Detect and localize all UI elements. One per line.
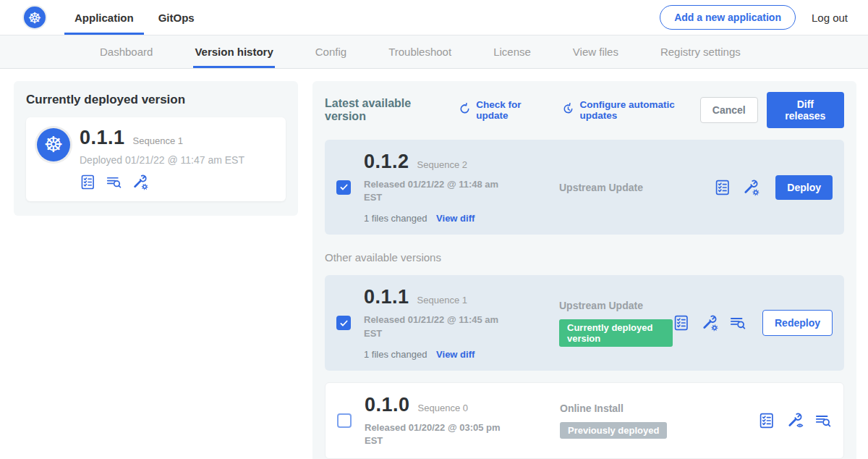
edit-config-icon[interactable] [742,179,760,196]
subnav-tab-dashboard-label: Dashboard [100,46,153,58]
deployed-version-details: 0.1.1 Sequence 1 Deployed 01/21/22 @ 11:… [80,127,244,190]
version-number: 0.1.0 [365,394,410,416]
files-changed-label: 1 files changed [364,349,427,360]
version-source: Upstream Update [517,182,714,193]
available-versions-header: Latest available version Check for updat… [325,92,844,128]
view-logs-icon[interactable] [814,412,832,429]
preflight-checks-icon[interactable] [673,314,690,332]
version-source: Online Install Previously deployed [518,403,758,439]
top-header: ☸ Application GitOps Add a new applicati… [0,0,868,35]
files-changed-label: 1 files changed [364,213,427,224]
deployed-version-card: ☸ 0.1.1 Sequence 1 Deployed 01/21/22 @ 1… [26,117,286,201]
subnav-tab-license-label: License [493,46,531,58]
preflight-checks-icon[interactable] [758,412,775,429]
view-logs-icon[interactable] [729,314,746,332]
version-actions: Redeploy [673,310,833,336]
app-subnav: Dashboard Version history Config Trouble… [0,35,868,69]
preflight-checks-icon[interactable] [80,174,96,190]
currently-deployed-badge: Currently deployed version [559,319,673,347]
configure-auto-updates-link[interactable]: Configure automatic updates [561,99,699,121]
currently-deployed-panel: Currently deployed version ☸ 0.1.1 Seque… [14,81,298,216]
view-diff-link[interactable]: View diff [436,349,475,360]
main-content: Currently deployed version ☸ 0.1.1 Seque… [0,69,868,459]
version-sequence: Sequence 0 [418,403,468,413]
version-released-timestamp: Released 01/21/22 @ 11:48 am EST [364,178,506,204]
version-sequence: Sequence 2 [417,159,467,170]
version-sequence: Sequence 1 [417,295,467,306]
version-0-1-0-checkbox[interactable] [337,413,352,428]
subnav-tab-view-files[interactable]: View files [573,35,618,68]
currently-deployed-title: Currently deployed version [26,93,286,107]
subnav-tab-config-label: Config [315,46,346,58]
version-source-label: Upstream Update [559,182,714,193]
deployed-timestamp: Deployed 01/21/22 @ 11:47 am EST [80,154,244,166]
version-source-label: Upstream Update [559,300,673,311]
version-released-timestamp: Released 01/21/22 @ 11:45 am EST [364,313,506,340]
available-versions-panel: Latest available version Check for updat… [312,81,856,459]
subnav-tab-config[interactable]: Config [315,35,346,68]
version-source-label: Online Install [560,403,758,414]
diff-releases-button[interactable]: Diff releases [767,92,844,128]
version-source: Upstream Update Currently deployed versi… [517,300,673,347]
subnav-tab-license[interactable]: License [493,35,531,68]
latest-available-title: Latest available version [325,97,443,123]
version-actions [758,412,832,429]
preflight-checks-icon[interactable] [714,179,731,196]
version-0-1-2-info: 0.1.2 Sequence 2 Released 01/21/22 @ 11:… [364,151,517,224]
version-row-0-1-1: 0.1.1 Sequence 1 Released 01/21/22 @ 11:… [325,275,844,370]
cancel-button[interactable]: Cancel [700,97,758,123]
check-for-update-link[interactable]: Check for update [458,99,546,121]
version-row-0-1-0: 0.1.0 Sequence 0 Released 01/20/22 @ 03:… [325,382,844,459]
kubernetes-logo-glyph: ☸ [28,10,42,25]
edit-config-icon[interactable] [701,314,718,332]
tab-application[interactable]: Application [64,0,144,35]
view-logs-icon[interactable] [106,174,122,190]
subnav-tab-troubleshoot-label: Troubleshoot [388,46,451,58]
subnav-tab-view-files-label: View files [573,46,618,58]
edit-config-icon[interactable] [132,174,148,190]
redeploy-button[interactable]: Redeploy [762,310,833,336]
subnav-tab-version-history[interactable]: Version history [195,35,273,68]
other-available-versions-title: Other available versions [325,251,844,264]
version-number: 0.1.1 [364,286,409,308]
version-0-1-0-info: 0.1.0 Sequence 0 Released 01/20/22 @ 03:… [365,394,518,447]
view-config-icon[interactable] [786,412,804,429]
deploy-button[interactable]: Deploy [775,175,833,200]
subnav-tab-dashboard[interactable]: Dashboard [100,35,153,68]
version-row-0-1-2: 0.1.2 Sequence 2 Released 01/21/22 @ 11:… [325,140,844,235]
previously-deployed-badge: Previously deployed [560,422,667,439]
subnav-tab-registry-settings[interactable]: Registry settings [660,35,741,68]
version-number: 0.1.2 [364,151,409,173]
version-0-1-1-checkbox[interactable] [336,316,351,330]
configure-auto-updates-label: Configure automatic updates [579,99,699,121]
add-application-button[interactable]: Add a new application [660,5,796,30]
deployed-version-sequence: Sequence 1 [133,135,183,146]
app-kubernetes-icon: ☸ [37,128,70,161]
view-diff-link[interactable]: View diff [436,213,475,224]
version-0-1-2-checkbox[interactable] [336,180,351,195]
app-icon-glyph: ☸ [44,134,64,156]
header-tabs: Application GitOps [64,0,205,35]
tab-application-label: Application [75,12,134,24]
tab-gitops[interactable]: GitOps [148,0,205,35]
logout-button[interactable]: Log out [812,12,848,24]
subnav-tab-troubleshoot[interactable]: Troubleshoot [388,35,451,68]
version-released-timestamp: Released 01/20/22 @ 03:05 pm EST [365,421,506,447]
auto-update-clock-icon [561,102,575,118]
refresh-icon [458,102,472,118]
version-0-1-1-info: 0.1.1 Sequence 1 Released 01/21/22 @ 11:… [364,286,517,359]
kubernetes-logo-icon: ☸ [24,7,46,28]
check-for-update-label: Check for update [476,99,546,121]
deployed-version-number: 0.1.1 [80,127,125,149]
subnav-tab-registry-settings-label: Registry settings [660,46,741,58]
subnav-tab-version-history-label: Version history [195,46,273,58]
tab-gitops-label: GitOps [158,12,195,24]
version-actions: Deploy [714,175,833,200]
